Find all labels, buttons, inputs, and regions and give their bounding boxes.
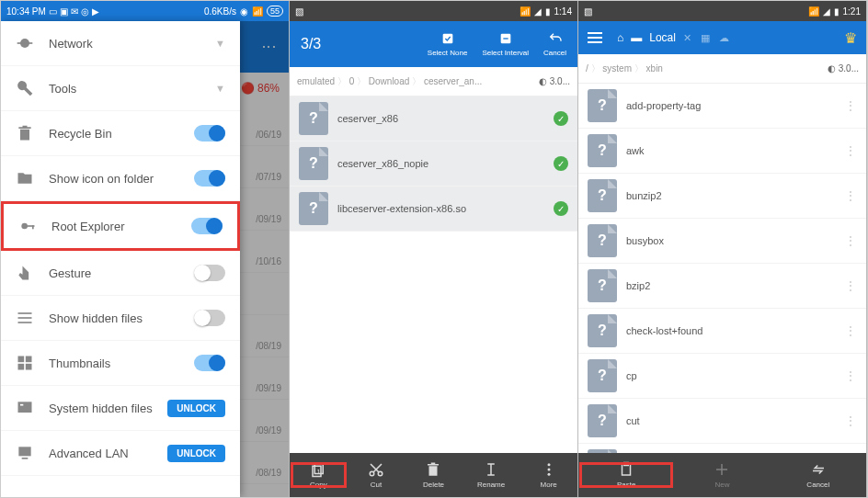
screen-xbin-browser: ▧ 📶 ◢ ▮ 1:21 ⌂ ▬ Local ✕ ▦ ☁ ♛ / 〉 syste… — [578, 1, 867, 497]
file-list[interactable]: ?add-property-tag⋮?awk⋮?bunzip2⋮?busybox… — [578, 84, 866, 453]
select-none-button[interactable]: Select None — [428, 31, 468, 57]
file-icon: ? — [588, 449, 617, 453]
file-row[interactable]: ?bzip2⋮ — [578, 264, 866, 309]
more-icon[interactable]: ⋮ — [844, 188, 857, 203]
location-label[interactable]: Local — [649, 31, 676, 44]
file-name: check-lost+found — [626, 325, 835, 336]
file-row[interactable]: ?libceserver-extension-x86.so✓ — [290, 187, 577, 232]
cloud-icon[interactable]: ☁ — [719, 32, 729, 44]
file-row[interactable]: ?bunzip2⋮ — [578, 174, 866, 219]
file-row[interactable]: ?dexdump⋮ — [578, 444, 866, 453]
delete-button[interactable]: Delete — [405, 461, 463, 489]
storage-indicator: ◐ 3.0... — [539, 76, 570, 86]
status-bar: 10:34 PM ▭ ▣ ✉ ◎ ▶ 0.6KB/s ◉ 📶 55 — [1, 1, 289, 21]
breadcrumb[interactable]: / 〉 system 〉 xbin ◐ 3.0... — [578, 54, 866, 84]
drawer-item-thumbnails[interactable]: Thumbnails — [1, 341, 240, 386]
drawer-item-root-explorer[interactable]: Root Explorer — [1, 201, 240, 251]
file-row[interactable]: ?check-lost+found⋮ — [578, 309, 866, 354]
drawer-item-advanced-lan[interactable]: Advanced LANUNLOCK — [1, 431, 240, 476]
svg-rect-14 — [18, 447, 30, 456]
copy-button[interactable]: 1Copy — [290, 461, 348, 489]
file-icon: ? — [588, 359, 617, 392]
more-icon[interactable]: ⋮ — [844, 368, 857, 383]
file-name: cut — [626, 415, 835, 426]
toggle-switch[interactable] — [191, 218, 223, 234]
key-icon — [18, 217, 37, 235]
more-icon[interactable]: ⋮ — [844, 143, 857, 158]
file-row[interactable]: ?cp⋮ — [578, 354, 866, 399]
close-icon[interactable]: ✕ — [683, 32, 691, 44]
cancel-button[interactable]: Cancel — [543, 31, 566, 57]
svg-rect-13 — [20, 404, 23, 406]
drawer-item-label: Recycle Bin — [49, 127, 179, 141]
file-row[interactable]: ?ceserver_x86_nopie✓ — [290, 141, 577, 187]
home-icon[interactable]: ⌂ — [617, 31, 623, 44]
file-name: add-property-tag — [626, 100, 835, 111]
file-row[interactable]: ?ceserver_x86✓ — [290, 96, 577, 141]
file-row[interactable]: ?busybox⋮ — [578, 219, 866, 264]
svg-point-27 — [547, 463, 550, 466]
unlock-button[interactable]: UNLOCK — [167, 400, 225, 417]
hamburger-icon[interactable] — [588, 32, 602, 43]
crumb-segment[interactable]: Download — [369, 76, 409, 86]
more-icon[interactable]: ⋮ — [844, 98, 857, 113]
toggle-switch[interactable] — [194, 355, 225, 371]
crumb-segment[interactable]: xbin — [646, 63, 663, 74]
crumb-segment[interactable]: emulated — [297, 76, 335, 86]
file-row[interactable]: ?awk⋮ — [578, 129, 866, 174]
crumb-segment[interactable]: system — [602, 63, 632, 74]
trash-icon — [16, 124, 34, 142]
wrench-icon — [16, 79, 34, 97]
svg-rect-7 — [18, 322, 32, 323]
cancel-button[interactable]: Cancel — [771, 461, 866, 489]
toggle-switch[interactable] — [194, 125, 225, 141]
file-row[interactable]: ?cut⋮ — [578, 399, 866, 444]
new-button[interactable]: New — [674, 461, 770, 489]
svg-point-28 — [547, 469, 550, 471]
drawer-item-gesture[interactable]: Gesture — [1, 251, 240, 296]
cut-button[interactable]: Cut — [348, 461, 405, 489]
battery-icon: ▮ — [834, 6, 839, 17]
toggle-switch[interactable] — [194, 265, 225, 281]
drawer-item-recycle-bin[interactable]: Recycle Bin — [1, 111, 240, 156]
file-name: bzip2 — [626, 280, 835, 291]
drawer-item-network[interactable]: Network▼ — [1, 21, 240, 66]
dashboard-icon — [16, 34, 34, 52]
drawer-item-label: Advanced LAN — [49, 447, 153, 460]
svg-rect-11 — [26, 364, 32, 370]
crumb-segment[interactable]: ceserver_an... — [424, 76, 482, 86]
more-button[interactable]: More — [520, 461, 577, 489]
cursor-icon — [482, 461, 500, 478]
file-icon: ? — [588, 224, 617, 257]
toggle-switch[interactable] — [194, 170, 225, 187]
drawer-item-tools[interactable]: Tools▼ — [1, 66, 240, 111]
file-list[interactable]: ?ceserver_x86✓?ceserver_x86_nopie✓?libce… — [290, 96, 577, 453]
rename-button[interactable]: Rename — [463, 461, 520, 489]
image-icon: ▧ — [295, 6, 303, 17]
more-icon[interactable]: ⋮ — [844, 413, 857, 428]
sdcard-icon[interactable]: ▬ — [631, 31, 642, 44]
copy-icon: 1 — [309, 461, 327, 478]
paste-button[interactable]: Paste — [578, 461, 674, 489]
select-interval-button[interactable]: Select Interval — [482, 31, 529, 57]
breadcrumb[interactable]: emulated 〉 0 〉 Download 〉 ceserver_an...… — [290, 67, 577, 96]
drawer-item-label: Show icon on folder — [49, 172, 179, 186]
toggle-switch[interactable] — [194, 310, 225, 326]
drawer-item-show-icon-on-folder[interactable]: Show icon on folder — [1, 156, 240, 201]
drawer-item-show-hidden-files[interactable]: Show hidden files — [1, 296, 240, 341]
file-name: busybox — [626, 235, 835, 246]
file-row[interactable]: ?add-property-tag⋮ — [578, 84, 866, 129]
time-label: 10:34 PM — [6, 6, 46, 17]
more-icon[interactable]: ⋮ — [844, 278, 857, 293]
unlock-button[interactable]: UNLOCK — [167, 445, 225, 462]
svg-rect-12 — [18, 402, 32, 413]
youtube-icon: ▶ — [92, 6, 99, 17]
crown-icon[interactable]: ♛ — [844, 29, 857, 47]
sysfiles-icon — [16, 399, 34, 417]
drawer-item-system-hidden-files[interactable]: System hidden filesUNLOCK — [1, 386, 240, 431]
file-name: bunzip2 — [626, 190, 835, 201]
grid-icon[interactable]: ▦ — [701, 32, 710, 44]
more-icon[interactable]: ⋮ — [844, 233, 857, 248]
svg-rect-6 — [18, 317, 32, 319]
more-icon[interactable]: ⋮ — [844, 323, 857, 338]
